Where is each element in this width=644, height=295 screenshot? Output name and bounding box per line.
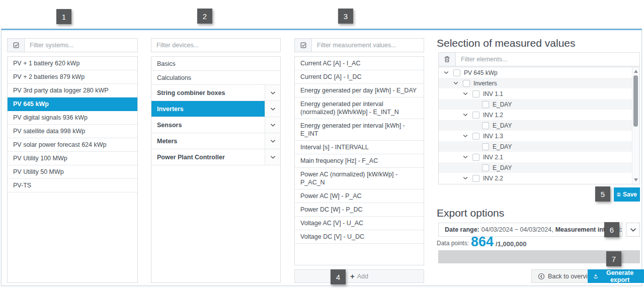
tree-node-label: INV 1.3 [483,133,503,140]
chevron-down-icon[interactable] [462,155,469,159]
checkbox-checked-icon[interactable] [295,39,312,52]
add-button[interactable]: + Add [294,269,424,283]
tree-node[interactable]: E_DAY [439,141,632,152]
scroll-down-icon[interactable] [634,178,638,181]
chevron-down-icon[interactable] [265,85,280,101]
tree-node[interactable]: E_DAY [439,99,632,110]
checkbox[interactable] [472,90,479,97]
tree-node[interactable]: INV 2.1 [439,152,632,162]
measurement-list-item[interactable]: Power AC [W] - P_AC [295,189,424,203]
chevron-down-icon[interactable] [462,92,469,95]
tree-node-label: E_DAY [493,143,512,150]
tree-node[interactable]: E_DAY [439,120,632,131]
measurements-filter-input[interactable] [312,39,424,52]
devices-filter-input[interactable] [151,39,280,52]
device-list-item[interactable]: String combiner boxes [151,85,280,101]
chevron-down-icon[interactable] [462,176,469,180]
chevron-down-icon[interactable] [265,133,280,149]
scrollbar-thumb[interactable] [633,75,638,127]
data-points-max: /1,000,000 [496,240,526,248]
system-list-item[interactable]: PV + 2 batteries 879 kWp [8,70,137,84]
checkbox[interactable] [482,143,489,150]
measurement-list-item[interactable]: Voltage AC [V] - U_AC [295,217,424,230]
device-list-item[interactable]: Calculations [151,71,280,85]
tree-node[interactable]: INV 1.1 [439,88,632,99]
scrollbar[interactable] [632,67,639,184]
checkbox[interactable] [463,80,470,87]
system-list-item[interactable]: PV solar power forecast 624 kWp [8,138,137,152]
device-list-item[interactable]: Basics [151,57,280,71]
annotation-badge-5: 5 [595,186,610,202]
system-list-item[interactable]: PV 3rd party data logger 280 kWP [8,84,137,97]
save-button-label: Save [623,191,637,198]
checkbox[interactable] [472,133,479,140]
checkbox[interactable] [472,112,479,119]
measurement-list-item[interactable]: Energy generated per interval [kWh] - E_… [295,119,424,141]
chevron-down-icon[interactable] [265,101,280,117]
export-settings-summary[interactable]: Date range: 04/03/2024 − 04/03/2024, Mea… [438,223,623,237]
system-list-item[interactable]: PV 645 kWp [8,97,137,111]
measurement-list-item[interactable]: Energy generated per interval (normalize… [295,97,424,119]
system-label: PV satellite data 998 kWp [13,128,85,135]
checkbox[interactable] [482,101,489,108]
trash-icon[interactable] [439,53,456,66]
measurement-list-item[interactable]: Current DC [A] - I_DC [295,70,424,84]
measurement-list-item[interactable]: Main frequency [Hz] - F_AC [295,154,424,168]
checkbox[interactable] [482,122,489,129]
system-list-item[interactable]: PV Utility 100 MWp [8,152,137,165]
measurement-label: Voltage AC [V] - U_AC [300,219,363,227]
export-settings-expand-button[interactable] [626,223,640,237]
measurement-list-item[interactable]: Power DC [W] - P_DC [295,203,424,217]
system-list-item[interactable]: PV Utility 50 MWp [8,165,137,179]
tree-node[interactable]: PV 645 kWp [439,67,632,78]
chevron-down-icon[interactable] [265,117,280,133]
measurement-list-item[interactable]: Voltage DC [V] - U_DC [295,230,424,244]
system-label: PV + 1 battery 620 kWp [13,60,79,67]
checkbox[interactable] [482,164,489,171]
chevron-down-icon[interactable] [452,81,459,85]
device-list-item[interactable]: Power Plant Controller [151,149,280,165]
device-label: Calculations [157,74,191,81]
tree-node-label: INV 1.2 [483,112,503,119]
chevron-down-icon[interactable] [462,134,469,138]
systems-filter-input[interactable] [25,39,137,52]
annotation-badge-4: 4 [331,269,346,284]
measurement-list-item[interactable]: Interval [s] - INTERVALL [295,141,424,154]
tree-node[interactable]: Inverters [439,78,632,88]
device-label: Basics [157,60,176,67]
system-list-item[interactable]: PV + 1 battery 620 kWp [8,57,137,70]
measurement-label: Power AC [W] - P_AC [300,192,362,200]
tree-node[interactable]: INV 2.2 [439,173,632,183]
device-list-item[interactable]: Inverters [151,101,280,117]
system-list-item[interactable]: PV satellite data 998 kWp [8,125,137,138]
measurement-list-item[interactable]: Power AC (normalized) [kW/kWp] - P_AC_N [295,168,424,189]
scroll-up-icon[interactable] [634,70,638,73]
checkbox[interactable] [453,69,460,76]
chevron-down-icon[interactable] [265,149,280,165]
checkbox[interactable] [472,154,479,161]
tree-node[interactable]: E_DAY [439,162,632,173]
export-configuration-page: 1 2 3 4 5 6 7 PV + 1 battery 620 kWp PV … [0,0,644,295]
checkbox[interactable] [472,175,479,182]
measurement-label: Energy generated per interval (normalize… [300,100,418,116]
elements-filter-row [438,52,640,66]
tree-node-label: Inverters [473,80,497,87]
download-icon [593,273,598,279]
measurement-list-item[interactable]: Current AC [A] - I_AC [295,57,424,70]
save-button[interactable]: Save [614,187,640,202]
generate-export-button[interactable]: Generate export [588,269,644,283]
export-options-title: Export options [437,207,504,219]
back-circle-icon [538,273,545,280]
tree-node[interactable]: INV 1.2 [439,110,632,120]
measurement-list-item[interactable]: Energy generated per day [kWh] - E_DAY [295,84,424,97]
tree-node[interactable]: INV 1.3 [439,131,632,141]
system-list-item[interactable]: PV-TS [8,179,137,192]
device-list-item[interactable]: Sensors [151,117,280,133]
elements-filter-input[interactable] [456,53,639,66]
device-list-item[interactable]: Meters [151,133,280,149]
chevron-down-icon[interactable] [443,71,450,74]
checkbox-checked-icon[interactable] [8,39,25,52]
systems-list: PV + 1 battery 620 kWp PV + 2 batteries … [7,56,138,283]
system-list-item[interactable]: PV digital signals 936 kWp [8,111,137,125]
chevron-down-icon[interactable] [462,113,469,117]
